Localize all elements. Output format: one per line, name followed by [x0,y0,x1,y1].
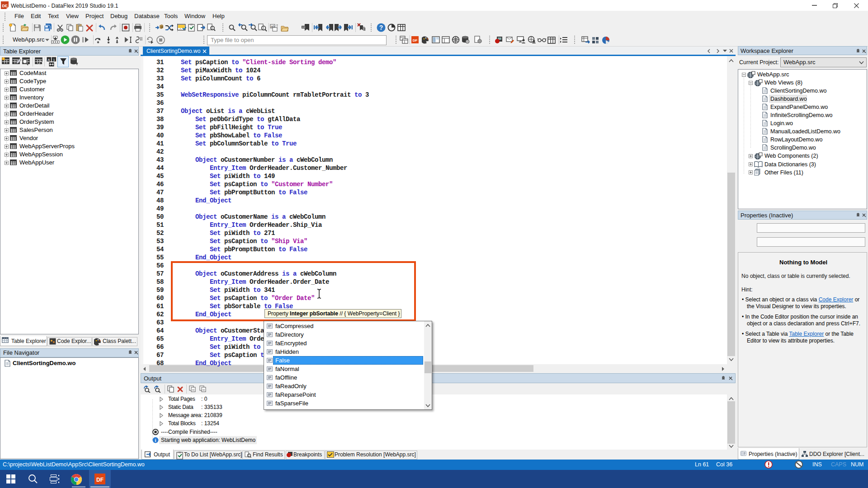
svg-text:DF: DF [2,4,8,8]
svg-text:DF: DF [413,38,418,42]
svg-text:DF: DF [96,477,104,483]
svg-text:?: ? [379,24,383,31]
svg-text:i: i [155,438,156,443]
svg-text:A: A [47,58,50,62]
svg-text:1: 1 [53,58,55,62]
